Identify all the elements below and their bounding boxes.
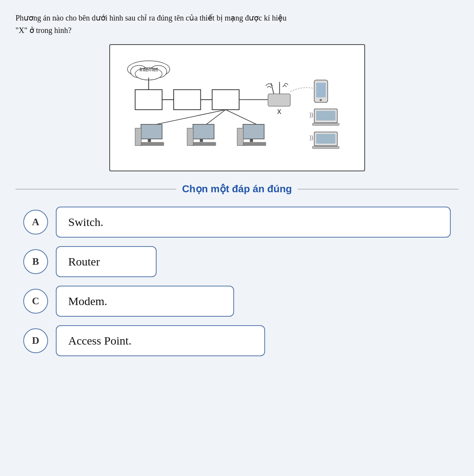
option-label-b: B <box>32 256 39 267</box>
svg-rect-8 <box>174 90 201 110</box>
answer-row-c: C Modem. <box>23 286 451 317</box>
section-divider: Chọn một đáp án đúng <box>16 183 458 195</box>
svg-rect-30 <box>139 142 164 146</box>
option-box-d[interactable]: Access Point. <box>56 325 265 356</box>
answer-row-a: A Switch. <box>23 207 451 238</box>
answer-row-b: B Router <box>23 246 451 277</box>
svg-rect-15 <box>268 94 290 106</box>
svg-rect-24 <box>312 123 339 126</box>
svg-rect-32 <box>193 124 214 139</box>
svg-point-21 <box>319 99 322 101</box>
svg-rect-39 <box>237 128 243 146</box>
divider-left <box>16 189 176 190</box>
svg-rect-27 <box>312 146 339 148</box>
svg-rect-23 <box>316 111 335 121</box>
diagram-svg: Internet <box>118 53 357 161</box>
option-label-d: D <box>32 335 40 347</box>
svg-rect-20 <box>316 83 326 97</box>
svg-line-13 <box>226 110 256 124</box>
svg-text:Internet: Internet <box>139 66 157 72</box>
option-circle-b[interactable]: B <box>23 249 48 274</box>
option-box-c[interactable]: Modem. <box>56 286 234 317</box>
svg-rect-31 <box>135 128 141 146</box>
svg-rect-35 <box>187 128 193 146</box>
svg-rect-26 <box>316 134 335 144</box>
svg-rect-28 <box>141 124 162 139</box>
svg-rect-6 <box>135 90 162 110</box>
network-diagram: Internet <box>109 44 365 171</box>
divider-right <box>298 189 458 190</box>
svg-rect-36 <box>243 124 264 139</box>
option-circle-a[interactable]: A <box>23 210 48 235</box>
option-text-a: Switch. <box>68 216 103 229</box>
answer-row-d: D Access Point. <box>23 325 451 356</box>
question-text: Phương án nào cho bên dưới hình sau chỉ … <box>16 12 458 36</box>
question-line2: "X" ở trong hình? <box>16 26 71 34</box>
svg-rect-37 <box>250 139 253 142</box>
svg-rect-34 <box>191 142 216 146</box>
option-label-a: A <box>32 216 40 228</box>
question-line1: Phương án nào cho bên dưới hình sau chỉ … <box>16 14 286 22</box>
option-box-a[interactable]: Switch. <box>56 207 451 238</box>
section-title: Chọn một đáp án đúng <box>182 183 292 195</box>
svg-rect-33 <box>200 139 203 142</box>
option-text-d: Access Point. <box>68 334 131 347</box>
svg-rect-29 <box>148 139 151 142</box>
answers-container: A Switch. B Router C Modem. <box>16 207 458 356</box>
svg-text:X: X <box>277 109 281 115</box>
svg-line-11 <box>156 110 226 124</box>
option-label-c: C <box>32 295 40 307</box>
svg-text:)): )) <box>309 112 313 118</box>
svg-rect-10 <box>212 90 239 110</box>
option-text-b: Router <box>68 255 100 268</box>
option-box-b[interactable]: Router <box>56 246 157 277</box>
option-text-c: Modem. <box>68 295 107 308</box>
option-circle-d[interactable]: D <box>23 328 48 353</box>
svg-rect-38 <box>241 142 266 146</box>
page-container: Phương án nào cho bên dưới hình sau chỉ … <box>0 0 474 368</box>
svg-text:)): )) <box>309 135 313 141</box>
option-circle-c[interactable]: C <box>23 289 48 314</box>
